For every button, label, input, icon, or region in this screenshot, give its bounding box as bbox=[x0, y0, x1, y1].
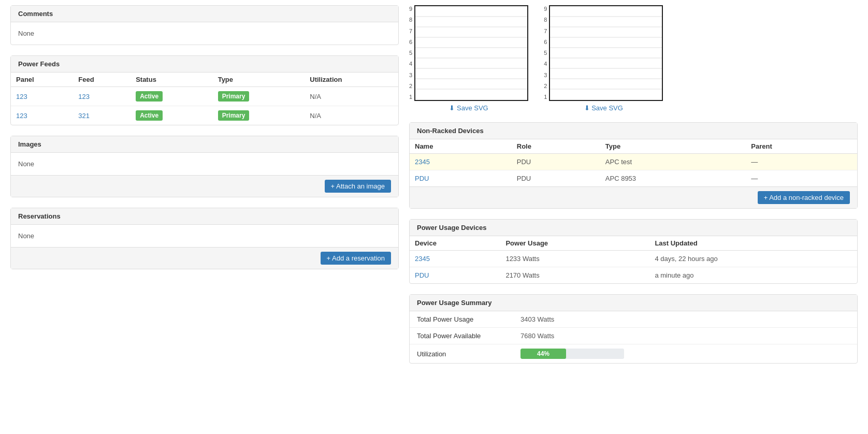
device-name-link[interactable]: PDU bbox=[415, 175, 429, 182]
summary-value: 7680 Watts bbox=[520, 332, 554, 340]
status-badge: Active bbox=[136, 91, 163, 102]
col-type: Type bbox=[213, 73, 305, 87]
type-badge: Primary bbox=[218, 110, 250, 121]
col-utilization: Utilization bbox=[305, 73, 398, 87]
add-non-racked-button[interactable]: + Add a non-racked device bbox=[758, 191, 850, 204]
table-row: PDU 2170 Watts a minute ago bbox=[410, 267, 857, 284]
parent-cell: — bbox=[746, 170, 857, 187]
save-svg-1-link[interactable]: ⬇ Save SVG bbox=[449, 104, 488, 112]
power-usage-devices-header: Power Usage Devices bbox=[410, 220, 857, 236]
summary-label: Utilization bbox=[417, 350, 520, 358]
col-type: Type bbox=[600, 139, 746, 154]
device-link[interactable]: 2345 bbox=[415, 255, 430, 263]
utilization-cell: N/A bbox=[305, 87, 398, 106]
reservations-content: None bbox=[18, 232, 34, 240]
chart-2: 1 2 3 4 5 6 7 8 9 bbox=[544, 5, 663, 112]
role-cell: PDU bbox=[512, 154, 600, 170]
power-usage-summary-card: Power Usage Summary Total Power Usage 34… bbox=[409, 294, 858, 364]
panel-link[interactable]: 123 bbox=[16, 112, 27, 120]
comments-header: Comments bbox=[11, 6, 398, 22]
col-last-updated: Last Updated bbox=[649, 236, 857, 251]
table-row: 2345 1233 Watts 4 days, 22 hours ago bbox=[410, 251, 857, 267]
chart-1: 1 2 3 4 5 6 7 8 9 bbox=[409, 5, 528, 112]
comments-card: Comments None bbox=[10, 5, 399, 45]
summary-value: 3403 Watts bbox=[520, 315, 554, 323]
save-svg-2-link[interactable]: ⬇ Save SVG bbox=[584, 104, 623, 112]
type-cell: APC 8953 bbox=[600, 170, 746, 187]
power-feeds-body: Panel Feed Status Type Utilization 123 1… bbox=[11, 73, 398, 125]
progress-bar-fill: 44% bbox=[520, 349, 566, 359]
col-role: Role bbox=[512, 139, 600, 154]
feed-link[interactable]: 123 bbox=[78, 93, 90, 100]
table-row: PDU PDU APC 8953 — bbox=[410, 170, 857, 187]
charts-row: 1 2 3 4 5 6 7 8 9 bbox=[409, 5, 858, 112]
images-footer: + Attach an image bbox=[11, 175, 398, 197]
non-racked-devices-card: Non-Racked Devices Name Role Type Parent… bbox=[409, 122, 858, 209]
parent-cell: — bbox=[746, 154, 857, 170]
images-card: Images None + Attach an image bbox=[10, 136, 399, 197]
chart-1-svg bbox=[415, 6, 527, 100]
col-feed: Feed bbox=[73, 73, 131, 87]
status-badge: Active bbox=[136, 110, 163, 121]
col-panel: Panel bbox=[11, 73, 73, 87]
last-updated-cell: 4 days, 22 hours ago bbox=[649, 251, 857, 267]
power-usage-devices-card: Power Usage Devices Device Power Usage L… bbox=[409, 219, 858, 284]
chart-2-y-labels: 1 2 3 4 5 6 7 8 9 bbox=[544, 5, 547, 101]
add-reservation-button[interactable]: + Add a reservation bbox=[321, 252, 391, 265]
non-racked-footer: + Add a non-racked device bbox=[410, 186, 857, 208]
power-usage-summary-header: Power Usage Summary bbox=[410, 295, 857, 311]
col-power-usage: Power Usage bbox=[500, 236, 649, 251]
non-racked-devices-header: Non-Racked Devices bbox=[410, 123, 857, 139]
power-usage-devices-table: Device Power Usage Last Updated 2345 123… bbox=[410, 236, 857, 283]
power-feeds-table: Panel Feed Status Type Utilization 123 1… bbox=[11, 73, 398, 125]
power-usage-cell: 2170 Watts bbox=[500, 267, 649, 284]
reservations-footer: + Add a reservation bbox=[11, 247, 398, 269]
utilization-cell: N/A bbox=[305, 106, 398, 125]
col-device: Device bbox=[410, 236, 500, 251]
comments-content: None bbox=[18, 30, 34, 37]
role-cell: PDU bbox=[512, 170, 600, 187]
summary-label: Total Power Usage bbox=[417, 315, 520, 323]
col-name: Name bbox=[410, 139, 512, 154]
chart-1-y-labels: 1 2 3 4 5 6 7 8 9 bbox=[409, 5, 412, 101]
col-parent: Parent bbox=[746, 139, 857, 154]
non-racked-devices-body: Name Role Type Parent 2345 PDU APC test … bbox=[410, 139, 857, 186]
table-row: 123 321 Active Primary N/A bbox=[11, 106, 398, 125]
chart-2-svg bbox=[550, 6, 662, 100]
summary-row: Total Power Usage 3403 Watts bbox=[410, 311, 857, 328]
chart-2-area bbox=[549, 5, 663, 101]
chart-1-area bbox=[414, 5, 528, 101]
comments-body: None bbox=[11, 22, 398, 45]
reservations-body: None bbox=[11, 225, 398, 247]
images-body: None bbox=[11, 153, 398, 175]
utilization-progress-bar: 44% bbox=[520, 349, 624, 359]
summary-row: Total Power Available 7680 Watts bbox=[410, 328, 857, 344]
type-cell: APC test bbox=[600, 154, 746, 170]
reservations-header: Reservations bbox=[11, 208, 398, 225]
device-link[interactable]: PDU bbox=[415, 271, 429, 279]
summary-row: Utilization 44% bbox=[410, 344, 857, 363]
images-content: None bbox=[18, 160, 34, 168]
device-name-link[interactable]: 2345 bbox=[415, 158, 430, 166]
table-row: 2345 PDU APC test — bbox=[410, 154, 857, 170]
col-status: Status bbox=[131, 73, 213, 87]
panel-link[interactable]: 123 bbox=[16, 93, 27, 100]
type-badge: Primary bbox=[218, 91, 250, 102]
attach-image-button[interactable]: + Attach an image bbox=[325, 180, 391, 193]
power-usage-cell: 1233 Watts bbox=[500, 251, 649, 267]
feed-link[interactable]: 321 bbox=[78, 112, 90, 120]
summary-label: Total Power Available bbox=[417, 332, 520, 340]
power-usage-devices-body: Device Power Usage Last Updated 2345 123… bbox=[410, 236, 857, 283]
power-usage-summary-body: Total Power Usage 3403 Watts Total Power… bbox=[410, 311, 857, 363]
reservations-card: Reservations None + Add a reservation bbox=[10, 208, 399, 269]
non-racked-devices-table: Name Role Type Parent 2345 PDU APC test … bbox=[410, 139, 857, 186]
last-updated-cell: a minute ago bbox=[649, 267, 857, 284]
power-feeds-card: Power Feeds Panel Feed Status Type Utili… bbox=[10, 55, 399, 125]
table-row: 123 123 Active Primary N/A bbox=[11, 87, 398, 106]
power-feeds-header: Power Feeds bbox=[11, 56, 398, 73]
images-header: Images bbox=[11, 136, 398, 153]
